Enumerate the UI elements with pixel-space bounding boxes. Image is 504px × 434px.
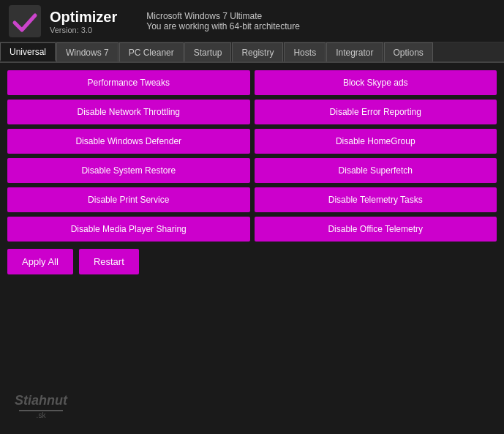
tab-options[interactable]: Options: [384, 42, 433, 61]
os-info: Microsoft Windows 7 Ultimate: [146, 11, 300, 21]
button-grid: Performance Tweaks Block Skype ads Disab…: [7, 70, 497, 242]
arch-info: You are working with 64-bit architecture: [146, 21, 300, 31]
btn-perf-tweaks[interactable]: Performance Tweaks: [7, 70, 250, 95]
tab-bar: Universal Windows 7 PC Cleaner Startup R…: [0, 42, 504, 63]
tab-pc-cleaner[interactable]: PC Cleaner: [119, 42, 184, 61]
tab-hosts[interactable]: Hosts: [284, 42, 326, 61]
btn-disable-print-svc[interactable]: Disable Print Service: [7, 187, 250, 212]
app-info: Optimizer Version: 3.0: [50, 8, 117, 34]
btn-disable-defender[interactable]: Disable Windows Defender: [7, 129, 250, 154]
btn-disable-telemetry[interactable]: Disable Telemetry Tasks: [255, 187, 497, 212]
tab-startup[interactable]: Startup: [184, 42, 232, 61]
btn-disable-media-sharing[interactable]: Disable Media Player Sharing: [7, 217, 250, 242]
tab-integrator[interactable]: Integrator: [326, 42, 383, 61]
restart-button[interactable]: Restart: [79, 249, 139, 274]
watermark-sub: .sk: [37, 411, 46, 419]
watermark: Stiahnut .sk: [15, 393, 67, 419]
btn-disable-net-throttle[interactable]: Disable Network Throttling: [7, 100, 250, 124]
btn-disable-error-report[interactable]: Disable Error Reporting: [255, 100, 497, 124]
btn-disable-superfetch[interactable]: Disable Superfetch: [255, 158, 497, 183]
btn-disable-homegroup[interactable]: Disable HomeGroup: [255, 129, 497, 154]
tab-universal[interactable]: Universal: [0, 42, 56, 61]
tab-registry[interactable]: Registry: [232, 42, 283, 61]
app-header: Optimizer Version: 3.0 Microsoft Windows…: [0, 0, 504, 42]
action-row: Apply All Restart: [7, 249, 497, 274]
apply-all-button[interactable]: Apply All: [7, 249, 73, 274]
app-title: Optimizer: [50, 8, 117, 26]
app-version: Version: 3.0: [50, 26, 117, 34]
btn-disable-office-telemetry[interactable]: Disable Office Telemetry: [255, 217, 497, 242]
system-info: Microsoft Windows 7 Ultimate You are wor…: [146, 11, 300, 31]
watermark-text: Stiahnut: [15, 393, 67, 408]
btn-disable-sys-restore[interactable]: Disable System Restore: [7, 158, 250, 183]
tab-windows7[interactable]: Windows 7: [56, 42, 119, 61]
app-logo: [9, 5, 41, 37]
btn-block-skype[interactable]: Block Skype ads: [255, 70, 497, 95]
main-content: Performance Tweaks Block Skype ads Disab…: [0, 63, 504, 434]
